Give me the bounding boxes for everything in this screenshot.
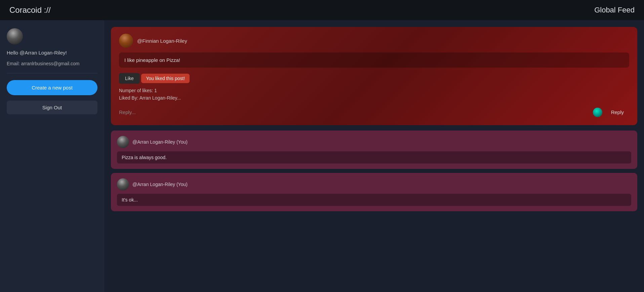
reply-button[interactable]: Reply xyxy=(606,107,629,118)
comment-author: @Arran Logan-Riley (You) xyxy=(132,182,188,187)
reply-row: Reply xyxy=(119,106,629,118)
comment-author: @Arran Logan-Riley (You) xyxy=(132,139,188,145)
comment-body: Pizza is always good. xyxy=(117,151,631,163)
like-button[interactable]: Like xyxy=(119,73,140,84)
post-author-name: @Finnian Logan-Riley xyxy=(137,38,187,44)
sidebar-divider xyxy=(7,73,97,73)
sidebar: Hello @Arran Logan-Riley! Email: arranlr… xyxy=(0,20,104,292)
likes-count: Numper of likes: 1 xyxy=(119,88,629,93)
top-nav: Coracoid :// Global Feed xyxy=(0,0,644,20)
reply-user-avatar xyxy=(593,108,602,117)
reply-input[interactable] xyxy=(119,106,590,118)
feed-area: @Finnian Logan-Riley I like pineapple on… xyxy=(104,20,644,292)
create-post-button[interactable]: Create a new post xyxy=(7,80,97,95)
sign-out-button[interactable]: Sign Out xyxy=(7,101,97,114)
comment-body: It's ok... xyxy=(117,194,631,206)
comment-avatar xyxy=(117,136,129,148)
post-author-avatar xyxy=(119,34,133,48)
sidebar-email: Email: arranlrbusiness@gmail.com xyxy=(7,61,97,66)
comment-header: @Arran Logan-Riley (You) xyxy=(117,136,631,148)
main-layout: Hello @Arran Logan-Riley! Email: arranlr… xyxy=(0,20,644,292)
comment-header: @Arran Logan-Riley (You) xyxy=(117,178,631,190)
global-feed-label: Global Feed xyxy=(594,6,635,14)
comment-card: @Arran Logan-Riley (You) Pizza is always… xyxy=(111,131,637,169)
app-title: Coracoid :// xyxy=(9,5,51,15)
post-body: I like pineapple on Pizza! xyxy=(119,52,629,68)
post-header: @Finnian Logan-Riley xyxy=(119,34,629,48)
comment-avatar xyxy=(117,178,129,190)
sidebar-greeting: Hello @Arran Logan-Riley! xyxy=(7,50,97,56)
comment-card: @Arran Logan-Riley (You) It's ok... xyxy=(111,173,637,211)
liked-by: Liked By: Arran Logan-Riley... xyxy=(119,95,629,101)
avatar xyxy=(7,28,23,44)
post-card: @Finnian Logan-Riley I like pineapple on… xyxy=(111,27,637,125)
liked-badge: You liked this post! xyxy=(141,74,190,83)
